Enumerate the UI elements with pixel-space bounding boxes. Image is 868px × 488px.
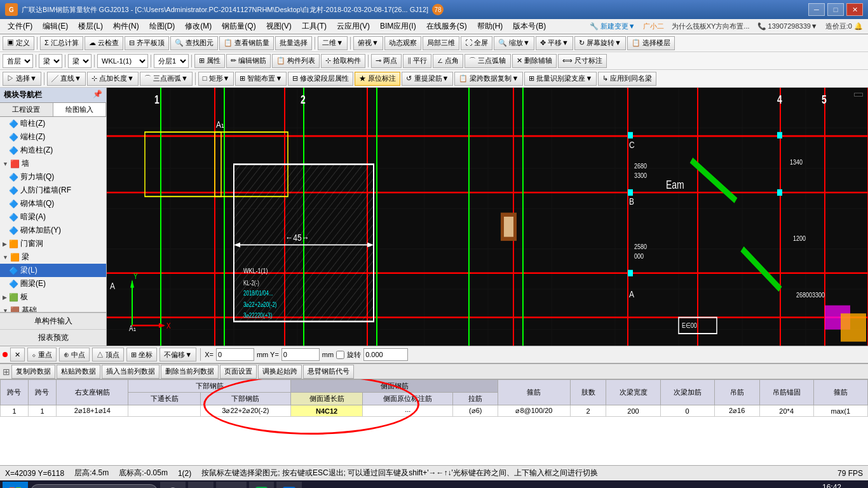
snap-mid-point-button[interactable]: ⊕ 中点 bbox=[59, 348, 90, 362]
tb-2d-button[interactable]: 二维▼ bbox=[318, 36, 348, 50]
td-tie-val[interactable]: (⌀6) bbox=[453, 405, 498, 417]
tb3-arc-button[interactable]: ⌒ 三点画弧▼ bbox=[140, 72, 193, 86]
nav-item-civil-defense-wall[interactable]: 🔷人防门槛墙(RF bbox=[0, 184, 106, 197]
tb3-point-len-button[interactable]: ⊹ 点加长度▼ bbox=[87, 72, 139, 86]
tb-define-button[interactable]: ▣ 定义 bbox=[3, 36, 34, 50]
td-stirrup-val[interactable]: ⌀8@100/20 bbox=[498, 405, 571, 417]
tb-pan-button[interactable]: ✥ 平移▼ bbox=[536, 36, 573, 50]
tb2-pick-button[interactable]: ⊹ 拾取构件 bbox=[321, 54, 365, 68]
single-component-input-button[interactable]: 单构件输入 bbox=[0, 313, 106, 329]
menu-cloud[interactable]: 云应用(V) bbox=[332, 20, 375, 33]
menu-component[interactable]: 构件(N) bbox=[108, 20, 144, 33]
menu-raft-tip[interactable]: 为什么筏板XY方向布置... bbox=[669, 21, 752, 32]
y-input[interactable] bbox=[281, 348, 320, 361]
rotate-checkbox[interactable] bbox=[336, 351, 344, 359]
menu-price[interactable]: 造价豆:0 🔔 bbox=[823, 21, 865, 32]
minimize-button[interactable]: ─ bbox=[808, 3, 825, 16]
nav-item-slab-group[interactable]: ▶🟩板 bbox=[0, 290, 106, 304]
tb3-modify-layer-button[interactable]: ⊟ 修改梁段层属性 bbox=[288, 72, 353, 86]
task-ie-button[interactable] bbox=[188, 482, 214, 488]
rotate-input[interactable] bbox=[363, 348, 408, 361]
tb-fullscreen-button[interactable]: ⛶ 全屏 bbox=[461, 36, 492, 50]
td-hanger-anchor-val[interactable]: 20*4 bbox=[759, 405, 813, 417]
menu-bim[interactable]: BIM应用(I) bbox=[375, 20, 421, 33]
tb2-edit-rebar-button[interactable]: ✏ 编辑钢筋 bbox=[226, 54, 271, 68]
tb3-batch-id-button[interactable]: ⊞ 批量识别梁支座▼ bbox=[524, 72, 597, 86]
menu-file[interactable]: 文件(F) bbox=[3, 20, 37, 33]
menu-version[interactable]: 版本号(B) bbox=[508, 20, 551, 33]
td-span-num[interactable]: 1 bbox=[28, 405, 56, 417]
menu-tools[interactable]: 工具(T) bbox=[297, 20, 332, 33]
tb-local-3d-button[interactable]: 局部三维 bbox=[423, 36, 459, 50]
nav-tab-drawing[interactable]: 绘图输入 bbox=[53, 103, 107, 116]
insert-col-button[interactable]: 插入当前列数据 bbox=[102, 365, 159, 379]
search-bar[interactable]: 在这里输入你要搜索的内容 bbox=[31, 484, 158, 488]
td-row-num[interactable]: 1 bbox=[1, 405, 29, 417]
tb-batch-select-button[interactable]: 批量选择 bbox=[275, 36, 312, 50]
beam-code-select[interactable]: WKL-1(1) bbox=[97, 54, 148, 68]
nav-item-masonry-wall[interactable]: 🔷砌体墙(Q) bbox=[0, 197, 106, 210]
delete-col-button[interactable]: 删除当前列数据 bbox=[161, 365, 219, 379]
tb-top-view-button[interactable]: 俯视▼ bbox=[353, 36, 383, 50]
tb2-dim-button[interactable]: ⟺ 尺寸标注 bbox=[558, 54, 607, 68]
tb3-original-mark-button[interactable]: ★ 原位标注 bbox=[355, 72, 400, 86]
cantilever-rebar-button[interactable]: 悬臂钢筋代号 bbox=[303, 365, 354, 379]
td-bottom-through-val[interactable] bbox=[128, 405, 201, 417]
tb-flatten-top-button[interactable]: ⊟ 齐平板顶 bbox=[125, 36, 169, 50]
maximize-button[interactable]: □ bbox=[827, 3, 844, 16]
nav-item-ring-beam[interactable]: 🔷圈梁(E) bbox=[0, 277, 106, 290]
td-hanger-val[interactable]: 2⌀16 bbox=[714, 405, 759, 417]
menu-edit[interactable]: 编辑(E) bbox=[37, 20, 73, 33]
tb3-span-copy-button[interactable]: 📋 梁跨数据复制▼ bbox=[454, 72, 523, 86]
menu-online[interactable]: 在线服务(S) bbox=[421, 20, 472, 33]
tb2-parallel-button[interactable]: ∥ 平行 bbox=[403, 54, 431, 68]
close-button[interactable]: ✕ bbox=[846, 3, 863, 16]
tb-cloud-check-button[interactable]: ☁ 云检查 bbox=[85, 36, 123, 50]
snap-top-button[interactable]: △ 顶点 bbox=[92, 348, 124, 362]
task-pdf-button[interactable]: PDF bbox=[216, 482, 247, 488]
td-side-original-val[interactable]: ··· bbox=[363, 405, 453, 417]
tb2-props-button[interactable]: ⊞ 属性 bbox=[194, 54, 225, 68]
report-preview-button[interactable]: 报表预览 bbox=[0, 329, 106, 346]
tb2-del-aux-button[interactable]: ✕ 删除辅轴 bbox=[512, 54, 557, 68]
component-type-select[interactable]: 梁 bbox=[39, 54, 62, 68]
tb3-smart-layout-button[interactable]: ⊞ 智能布置▼ bbox=[235, 72, 287, 86]
snap-key-point-button[interactable]: ⬦ 重点 bbox=[27, 348, 57, 362]
floor-select[interactable]: 首层 bbox=[3, 54, 33, 68]
nav-item-masonry-rebar[interactable]: 🔷砌体加筋(Y) bbox=[0, 224, 106, 237]
nav-item-foundation-group[interactable]: ▼🟫基础 bbox=[0, 304, 106, 312]
menu-modify[interactable]: 修改(M) bbox=[180, 20, 217, 33]
x-input[interactable] bbox=[216, 348, 254, 361]
tb3-apply-same-button[interactable]: ↳ 应用到同名梁 bbox=[598, 72, 656, 86]
nav-item-dark-col[interactable]: 🔷暗柱(Z) bbox=[0, 117, 106, 130]
tb-dynamic-obs-button[interactable]: 动态观察 bbox=[384, 36, 421, 50]
tb3-select-button[interactable]: ▷ 选择▼ bbox=[3, 72, 41, 86]
cad-canvas-area[interactable]: ←45→ WKL-1(1) KL-2(-) 2018/01/04... 3⌀22… bbox=[107, 88, 868, 346]
tb2-angle-button[interactable]: ∠ 点角 bbox=[433, 54, 463, 68]
snap-delete-button[interactable]: ✕ bbox=[10, 348, 25, 362]
td-stirrup2-val[interactable]: max(1 bbox=[813, 405, 867, 417]
nav-item-shear-wall[interactable]: 🔷剪力墙(Q) bbox=[0, 170, 106, 184]
menu-phone[interactable]: 📞 13907298339▼ bbox=[755, 22, 820, 31]
task-blue-button[interactable]: ✚ bbox=[276, 482, 302, 488]
layer-select[interactable]: 分层1 bbox=[154, 54, 189, 68]
td-secondary-rebar-val[interactable]: 0 bbox=[660, 405, 714, 417]
data-table-container[interactable]: 跨号 跨号 右支座钢筋 下部钢筋 侧面钢筋 箍筋 肢数 次梁宽度 次梁加筋 吊筋… bbox=[0, 379, 868, 465]
swap-start-button[interactable]: 调换起始跨 bbox=[258, 365, 302, 379]
component-name-select[interactable]: 梁 bbox=[68, 54, 92, 68]
tb3-re-extract-button[interactable]: ↺ 重提梁筋▼ bbox=[402, 72, 453, 86]
tb-rotate-button[interactable]: ↻ 屏幕旋转▼ bbox=[574, 36, 626, 50]
page-settings-button[interactable]: 页面设置 bbox=[220, 365, 257, 379]
nav-item-end-col[interactable]: 🔷端柱(Z) bbox=[0, 130, 106, 144]
tb2-two-point-button[interactable]: ⊸ 两点 bbox=[371, 54, 402, 68]
task-cortana-button[interactable] bbox=[160, 482, 186, 488]
nav-item-beam[interactable]: 🔷梁(L) bbox=[0, 264, 106, 277]
tb2-component-list-button[interactable]: 📋 构件列表 bbox=[272, 54, 320, 68]
td-side-through-val[interactable]: N4C12 bbox=[290, 405, 363, 417]
snap-coord-button[interactable]: ⊞ 坐标 bbox=[126, 348, 157, 362]
nav-item-beam-group[interactable]: ▼🟧梁 bbox=[0, 250, 106, 264]
task-green-button[interactable]: ▶ bbox=[249, 482, 274, 488]
data-toolbar-icon[interactable]: ⊞ bbox=[3, 367, 10, 377]
nav-item-wall-group[interactable]: ▼🟥墙 bbox=[0, 157, 106, 170]
nav-tab-settings[interactable]: 工程设置 bbox=[0, 103, 53, 116]
